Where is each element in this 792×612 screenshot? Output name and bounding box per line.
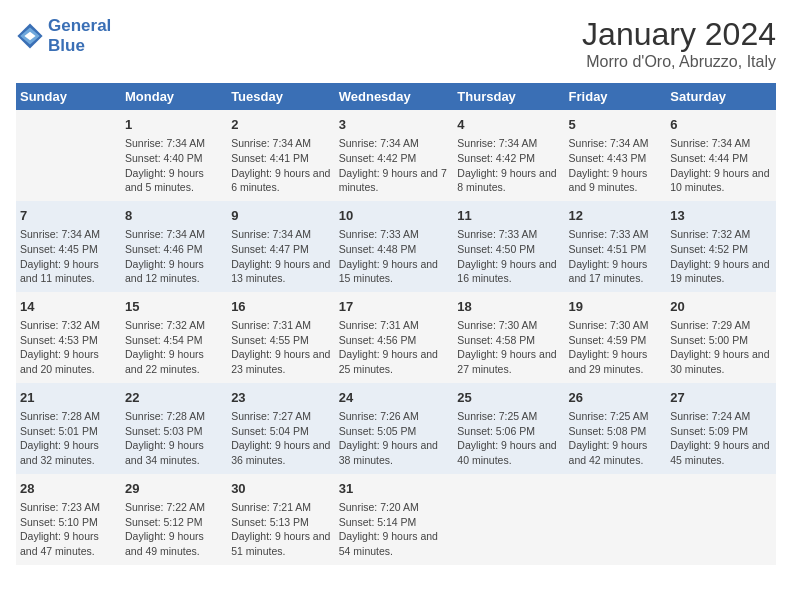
calendar-cell: 1Sunrise: 7:34 AMSunset: 4:40 PMDaylight… [121, 110, 227, 201]
day-number: 11 [457, 207, 560, 225]
day-info: Sunrise: 7:21 AMSunset: 5:13 PMDaylight:… [231, 500, 331, 559]
header-thursday: Thursday [453, 83, 564, 110]
day-info: Sunrise: 7:22 AMSunset: 5:12 PMDaylight:… [125, 500, 223, 559]
day-number: 29 [125, 480, 223, 498]
calendar-cell: 8Sunrise: 7:34 AMSunset: 4:46 PMDaylight… [121, 201, 227, 292]
calendar-cell [16, 110, 121, 201]
header-tuesday: Tuesday [227, 83, 335, 110]
calendar-cell: 7Sunrise: 7:34 AMSunset: 4:45 PMDaylight… [16, 201, 121, 292]
day-number: 2 [231, 116, 331, 134]
title-area: January 2024 Morro d'Oro, Abruzzo, Italy [582, 16, 776, 71]
day-info: Sunrise: 7:31 AMSunset: 4:55 PMDaylight:… [231, 318, 331, 377]
calendar-cell: 31Sunrise: 7:20 AMSunset: 5:14 PMDayligh… [335, 474, 454, 565]
day-number: 8 [125, 207, 223, 225]
day-number: 13 [670, 207, 772, 225]
day-number: 23 [231, 389, 331, 407]
calendar-cell: 5Sunrise: 7:34 AMSunset: 4:43 PMDaylight… [565, 110, 667, 201]
calendar-cell [565, 474, 667, 565]
calendar-cell: 13Sunrise: 7:32 AMSunset: 4:52 PMDayligh… [666, 201, 776, 292]
header-sunday: Sunday [16, 83, 121, 110]
calendar-week-1: 1Sunrise: 7:34 AMSunset: 4:40 PMDaylight… [16, 110, 776, 201]
day-number: 30 [231, 480, 331, 498]
header-friday: Friday [565, 83, 667, 110]
calendar-cell: 12Sunrise: 7:33 AMSunset: 4:51 PMDayligh… [565, 201, 667, 292]
day-info: Sunrise: 7:24 AMSunset: 5:09 PMDaylight:… [670, 409, 772, 468]
day-number: 16 [231, 298, 331, 316]
calendar-week-4: 21Sunrise: 7:28 AMSunset: 5:01 PMDayligh… [16, 383, 776, 474]
day-number: 5 [569, 116, 663, 134]
day-number: 18 [457, 298, 560, 316]
calendar-cell: 29Sunrise: 7:22 AMSunset: 5:12 PMDayligh… [121, 474, 227, 565]
day-info: Sunrise: 7:34 AMSunset: 4:43 PMDaylight:… [569, 136, 663, 195]
calendar-cell: 20Sunrise: 7:29 AMSunset: 5:00 PMDayligh… [666, 292, 776, 383]
day-info: Sunrise: 7:34 AMSunset: 4:40 PMDaylight:… [125, 136, 223, 195]
logo-icon [16, 22, 44, 50]
calendar-table: SundayMondayTuesdayWednesdayThursdayFrid… [16, 83, 776, 565]
day-info: Sunrise: 7:33 AMSunset: 4:50 PMDaylight:… [457, 227, 560, 286]
day-info: Sunrise: 7:33 AMSunset: 4:48 PMDaylight:… [339, 227, 450, 286]
day-number: 17 [339, 298, 450, 316]
day-info: Sunrise: 7:20 AMSunset: 5:14 PMDaylight:… [339, 500, 450, 559]
calendar-week-3: 14Sunrise: 7:32 AMSunset: 4:53 PMDayligh… [16, 292, 776, 383]
day-number: 26 [569, 389, 663, 407]
calendar-cell: 19Sunrise: 7:30 AMSunset: 4:59 PMDayligh… [565, 292, 667, 383]
day-number: 12 [569, 207, 663, 225]
day-info: Sunrise: 7:32 AMSunset: 4:54 PMDaylight:… [125, 318, 223, 377]
calendar-cell: 15Sunrise: 7:32 AMSunset: 4:54 PMDayligh… [121, 292, 227, 383]
day-number: 27 [670, 389, 772, 407]
day-number: 31 [339, 480, 450, 498]
day-info: Sunrise: 7:34 AMSunset: 4:42 PMDaylight:… [457, 136, 560, 195]
logo: General Blue [16, 16, 111, 56]
day-number: 9 [231, 207, 331, 225]
day-info: Sunrise: 7:34 AMSunset: 4:45 PMDaylight:… [20, 227, 117, 286]
calendar-cell [666, 474, 776, 565]
day-info: Sunrise: 7:34 AMSunset: 4:42 PMDaylight:… [339, 136, 450, 195]
day-info: Sunrise: 7:33 AMSunset: 4:51 PMDaylight:… [569, 227, 663, 286]
calendar-cell: 17Sunrise: 7:31 AMSunset: 4:56 PMDayligh… [335, 292, 454, 383]
day-number: 10 [339, 207, 450, 225]
day-number: 24 [339, 389, 450, 407]
calendar-cell: 18Sunrise: 7:30 AMSunset: 4:58 PMDayligh… [453, 292, 564, 383]
day-info: Sunrise: 7:30 AMSunset: 4:59 PMDaylight:… [569, 318, 663, 377]
day-number: 1 [125, 116, 223, 134]
calendar-cell: 26Sunrise: 7:25 AMSunset: 5:08 PMDayligh… [565, 383, 667, 474]
calendar-cell: 3Sunrise: 7:34 AMSunset: 4:42 PMDaylight… [335, 110, 454, 201]
calendar-week-2: 7Sunrise: 7:34 AMSunset: 4:45 PMDaylight… [16, 201, 776, 292]
day-number: 25 [457, 389, 560, 407]
calendar-cell: 23Sunrise: 7:27 AMSunset: 5:04 PMDayligh… [227, 383, 335, 474]
calendar-cell: 28Sunrise: 7:23 AMSunset: 5:10 PMDayligh… [16, 474, 121, 565]
calendar-cell: 30Sunrise: 7:21 AMSunset: 5:13 PMDayligh… [227, 474, 335, 565]
calendar-cell: 14Sunrise: 7:32 AMSunset: 4:53 PMDayligh… [16, 292, 121, 383]
calendar-cell: 10Sunrise: 7:33 AMSunset: 4:48 PMDayligh… [335, 201, 454, 292]
day-number: 4 [457, 116, 560, 134]
header-monday: Monday [121, 83, 227, 110]
day-number: 6 [670, 116, 772, 134]
calendar-cell: 21Sunrise: 7:28 AMSunset: 5:01 PMDayligh… [16, 383, 121, 474]
day-number: 3 [339, 116, 450, 134]
calendar-cell: 6Sunrise: 7:34 AMSunset: 4:44 PMDaylight… [666, 110, 776, 201]
calendar-cell: 22Sunrise: 7:28 AMSunset: 5:03 PMDayligh… [121, 383, 227, 474]
logo-text: General Blue [48, 16, 111, 56]
day-info: Sunrise: 7:29 AMSunset: 5:00 PMDaylight:… [670, 318, 772, 377]
calendar-cell: 16Sunrise: 7:31 AMSunset: 4:55 PMDayligh… [227, 292, 335, 383]
day-number: 28 [20, 480, 117, 498]
day-number: 20 [670, 298, 772, 316]
calendar-week-5: 28Sunrise: 7:23 AMSunset: 5:10 PMDayligh… [16, 474, 776, 565]
day-info: Sunrise: 7:31 AMSunset: 4:56 PMDaylight:… [339, 318, 450, 377]
day-info: Sunrise: 7:34 AMSunset: 4:44 PMDaylight:… [670, 136, 772, 195]
page-header: General Blue January 2024 Morro d'Oro, A… [16, 16, 776, 71]
day-number: 15 [125, 298, 223, 316]
day-number: 19 [569, 298, 663, 316]
day-number: 7 [20, 207, 117, 225]
page-title: January 2024 [582, 16, 776, 53]
day-number: 14 [20, 298, 117, 316]
day-info: Sunrise: 7:25 AMSunset: 5:06 PMDaylight:… [457, 409, 560, 468]
calendar-cell: 9Sunrise: 7:34 AMSunset: 4:47 PMDaylight… [227, 201, 335, 292]
page-subtitle: Morro d'Oro, Abruzzo, Italy [582, 53, 776, 71]
day-number: 22 [125, 389, 223, 407]
header-saturday: Saturday [666, 83, 776, 110]
calendar-cell [453, 474, 564, 565]
calendar-cell: 27Sunrise: 7:24 AMSunset: 5:09 PMDayligh… [666, 383, 776, 474]
day-info: Sunrise: 7:25 AMSunset: 5:08 PMDaylight:… [569, 409, 663, 468]
day-info: Sunrise: 7:28 AMSunset: 5:01 PMDaylight:… [20, 409, 117, 468]
